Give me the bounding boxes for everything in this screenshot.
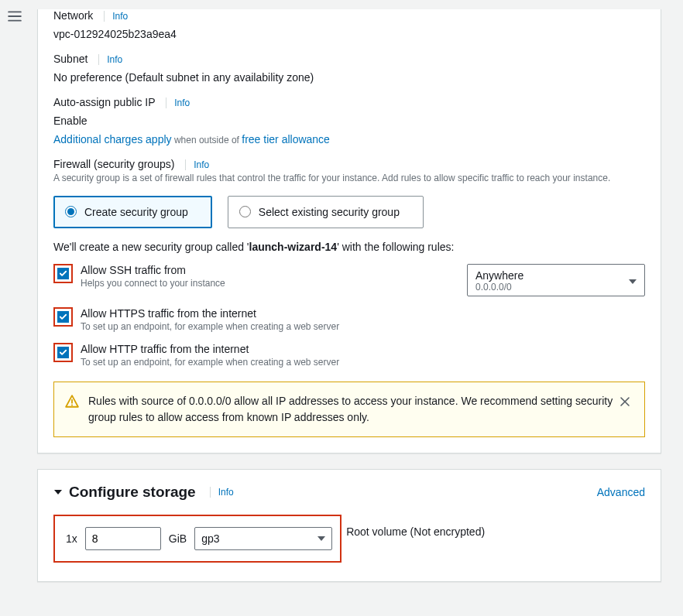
check-icon bbox=[57, 268, 69, 279]
allow-http-label: Allow HTTP traffic from the internet bbox=[81, 343, 645, 355]
sg-creation-message: We'll create a new security group called… bbox=[53, 241, 645, 253]
sg-name: launch-wizard-14 bbox=[249, 241, 338, 253]
auto-ip-label: Auto-assign public IP Info bbox=[53, 96, 645, 108]
allow-https-label: Allow HTTPS traffic from the internet bbox=[81, 307, 645, 320]
auto-ip-info-link[interactable]: Info bbox=[166, 98, 190, 108]
subnet-value: No preference (Default subnet in any ava… bbox=[53, 71, 645, 84]
security-warning-alert: Rules with source of 0.0.0.0/0 allow all… bbox=[53, 382, 645, 437]
network-label: Network Info bbox=[53, 9, 645, 22]
network-label-text: Network bbox=[53, 9, 93, 22]
allow-ssh-checkbox[interactable] bbox=[53, 264, 73, 283]
select-security-group-radio[interactable]: Select existing security group bbox=[228, 196, 424, 228]
close-icon bbox=[620, 396, 630, 407]
firewall-help: A security group is a set of firewall ru… bbox=[53, 172, 645, 185]
warning-icon bbox=[65, 395, 79, 411]
free-tier-link[interactable]: free tier allowance bbox=[242, 133, 330, 145]
charges-notice: Additional charges apply when outside of… bbox=[53, 133, 645, 145]
allow-https-checkbox[interactable] bbox=[53, 307, 73, 327]
collapse-toggle[interactable] bbox=[53, 486, 63, 498]
configure-storage-title: Configure storage bbox=[69, 484, 196, 501]
allow-ssh-label: Allow SSH traffic from bbox=[81, 264, 444, 276]
network-info-link[interactable]: Info bbox=[104, 11, 128, 22]
gib-label: GiB bbox=[169, 532, 187, 545]
volume-multiplier: 1x bbox=[66, 532, 77, 545]
allow-ssh-help: Helps you connect to your instance bbox=[81, 278, 444, 289]
ssh-source-select[interactable]: Anywhere 0.0.0.0/0 bbox=[467, 264, 645, 296]
auto-ip-value: Enable bbox=[53, 115, 645, 127]
caret-down-icon bbox=[317, 536, 325, 541]
check-icon bbox=[57, 311, 69, 323]
alert-text: Rules with source of 0.0.0.0/0 allow all… bbox=[88, 393, 616, 426]
firewall-info-link[interactable]: Info bbox=[185, 159, 209, 170]
ssh-source-primary: Anywhere bbox=[475, 269, 637, 282]
subnet-info-link[interactable]: Info bbox=[98, 54, 122, 65]
alert-close-button[interactable] bbox=[616, 393, 633, 412]
root-volume-row: 1x GiB gp3 bbox=[53, 515, 342, 563]
ssh-source-secondary: 0.0.0.0/0 bbox=[475, 282, 637, 293]
create-sg-label: Create security group bbox=[84, 206, 188, 218]
volume-type-select[interactable]: gp3 bbox=[194, 527, 332, 550]
charges-middle: when outside of bbox=[172, 135, 242, 145]
caret-down-icon bbox=[53, 488, 63, 496]
allow-http-row: Allow HTTP traffic from the internet To … bbox=[53, 343, 645, 368]
additional-charges-link[interactable]: Additional charges apply bbox=[53, 133, 172, 145]
select-sg-radio-input[interactable] bbox=[239, 206, 251, 217]
sg-msg-pre: We'll create a new security group called… bbox=[53, 241, 249, 253]
volume-type-value: gp3 bbox=[201, 532, 219, 545]
menu-toggle-icon[interactable] bbox=[8, 9, 22, 26]
advanced-link[interactable]: Advanced bbox=[597, 486, 645, 498]
subnet-label-text: Subnet bbox=[53, 53, 88, 65]
allow-ssh-row: Allow SSH traffic from Helps you connect… bbox=[53, 264, 645, 296]
firewall-label: Firewall (security groups) Info bbox=[53, 158, 645, 170]
svg-point-0 bbox=[71, 404, 73, 406]
allow-https-help: To set up an endpoint, for example when … bbox=[81, 321, 645, 332]
root-volume-text: Root volume (Not encrypted) bbox=[346, 525, 485, 538]
select-sg-label: Select existing security group bbox=[259, 206, 400, 218]
create-sg-radio-input[interactable] bbox=[65, 206, 77, 217]
caret-down-icon bbox=[629, 274, 637, 286]
configure-storage-panel: Configure storage Info Advanced 1x GiB g… bbox=[37, 469, 661, 582]
sg-msg-post: ' with the following rules: bbox=[337, 241, 454, 253]
storage-info-link[interactable]: Info bbox=[210, 487, 234, 498]
firewall-label-text: Firewall (security groups) bbox=[53, 158, 174, 170]
allow-http-help: To set up an endpoint, for example when … bbox=[81, 357, 645, 368]
subnet-label: Subnet Info bbox=[53, 53, 645, 65]
network-settings-panel: Network Info vpc-012924025b23a9ea4 Subne… bbox=[37, 9, 661, 453]
check-icon bbox=[57, 347, 69, 358]
allow-https-row: Allow HTTPS traffic from the internet To… bbox=[53, 307, 645, 332]
allow-http-checkbox[interactable] bbox=[53, 343, 73, 362]
create-security-group-radio[interactable]: Create security group bbox=[53, 196, 212, 228]
volume-size-input[interactable] bbox=[85, 527, 161, 550]
auto-ip-label-text: Auto-assign public IP bbox=[53, 96, 155, 108]
security-group-radio-group: Create security group Select existing se… bbox=[53, 196, 645, 228]
network-value: vpc-012924025b23a9ea4 bbox=[53, 28, 645, 40]
